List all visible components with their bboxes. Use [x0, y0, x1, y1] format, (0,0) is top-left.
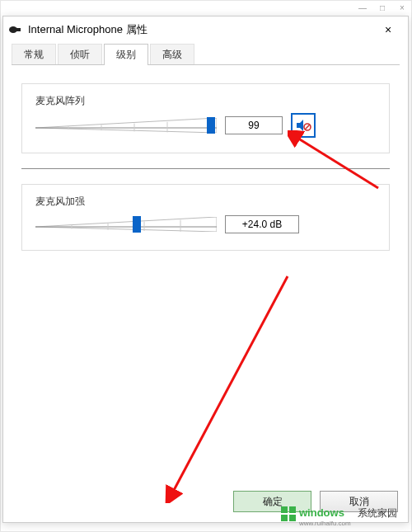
dialog-close-button[interactable]: × [373, 18, 403, 41]
svg-rect-1 [16, 28, 21, 31]
svg-rect-21 [281, 506, 288, 513]
svg-line-10 [305, 125, 309, 129]
outer-close[interactable]: × [398, 4, 406, 12]
svg-rect-23 [281, 515, 288, 521]
slider-wedge-decoration [35, 118, 217, 133]
tab-levels[interactable]: 级别 [104, 44, 148, 65]
svg-rect-24 [289, 515, 296, 521]
svg-marker-2 [35, 118, 217, 133]
outer-titlebar: — □ × [1, 1, 411, 15]
mic-boost-label: 麦克风加强 [35, 195, 376, 209]
speaker-muted-icon [295, 117, 311, 134]
dialog-title: Internal Microphone 属性 [28, 22, 373, 37]
watermark-url: www.ruihaifu.com [298, 520, 351, 527]
mic-array-value[interactable]: 99 [225, 116, 283, 134]
tab-listen[interactable]: 侦听 [58, 44, 102, 65]
mic-boost-value[interactable]: +24.0 dB [225, 215, 299, 233]
mic-boost-slider-thumb[interactable] [133, 216, 141, 233]
group-divider [21, 168, 390, 169]
watermark: windows 系统家园 www.ruihaifu.com [279, 503, 411, 528]
properties-dialog: Internal Microphone 属性 × 常规 侦听 级别 高级 麦克风… [2, 16, 409, 523]
tab-strip: 常规 侦听 级别 高级 [3, 43, 408, 64]
mic-boost-group: 麦克风加强 [21, 184, 390, 251]
browser-like-frame: — □ × Internal Microphone 属性 × 常规 侦听 级别 … [0, 0, 412, 532]
dialog-titlebar: Internal Microphone 属性 × [3, 16, 408, 43]
tab-general[interactable]: 常规 [12, 44, 56, 65]
watermark-brand: windows [298, 506, 344, 519]
tab-advanced[interactable]: 高级 [150, 44, 194, 65]
svg-marker-11 [35, 217, 217, 232]
mic-array-group: 麦克风阵列 [21, 83, 390, 153]
svg-point-0 [9, 26, 17, 33]
microphone-icon [8, 24, 23, 35]
mic-array-slider[interactable] [35, 115, 217, 136]
svg-marker-8 [297, 120, 303, 131]
watermark-suffix: 系统家园 [358, 507, 397, 519]
outer-minimize[interactable]: — [358, 4, 367, 12]
mic-array-row: 99 [35, 113, 376, 138]
levels-panel: 麦克风阵列 [12, 64, 400, 485]
mic-array-slider-thumb[interactable] [207, 117, 215, 134]
mic-boost-row: +24.0 dB [35, 214, 376, 235]
mic-array-label: 麦克风阵列 [35, 94, 376, 108]
mic-boost-slider[interactable] [35, 214, 217, 235]
svg-rect-22 [289, 506, 296, 513]
outer-maximize[interactable]: □ [378, 4, 386, 12]
slider-wedge-decoration [35, 217, 217, 232]
mic-array-mute-button[interactable] [291, 113, 316, 138]
